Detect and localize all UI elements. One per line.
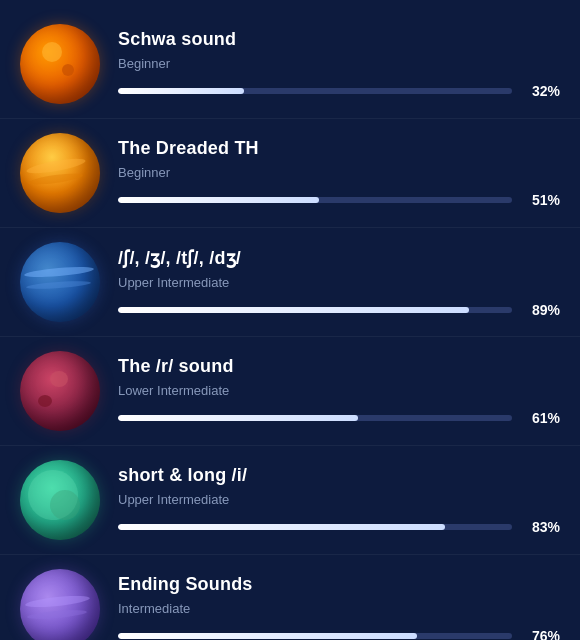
- progress-row-ipa-sounds: 89%: [118, 302, 560, 318]
- course-title-r-sound: The /r/ sound: [118, 356, 560, 377]
- course-info-ending-sounds: Ending Sounds Intermediate 76%: [118, 574, 560, 640]
- planet-icon-schwa: [20, 24, 100, 104]
- course-list: Schwa sound Beginner 32% The Dreaded TH …: [0, 0, 580, 640]
- progress-bar-dreaded-th: [118, 197, 512, 203]
- progress-percent-short-long-i: 83%: [522, 519, 560, 535]
- progress-row-r-sound: 61%: [118, 410, 560, 426]
- progress-percent-ipa-sounds: 89%: [522, 302, 560, 318]
- progress-bar-ending-sounds: [118, 633, 512, 639]
- progress-fill-schwa: [118, 88, 244, 94]
- course-level-r-sound: Lower Intermediate: [118, 383, 560, 398]
- progress-percent-r-sound: 61%: [522, 410, 560, 426]
- progress-row-schwa: 32%: [118, 83, 560, 99]
- planet-icon-ending-sounds: [20, 569, 100, 640]
- planet-icon-short-long-i: [20, 460, 100, 540]
- progress-fill-ending-sounds: [118, 633, 417, 639]
- progress-percent-ending-sounds: 76%: [522, 628, 560, 640]
- course-title-ipa-sounds: /ʃ/, /ʒ/, /tʃ/, /dʒ/: [118, 247, 560, 269]
- course-level-ipa-sounds: Upper Intermediate: [118, 275, 560, 290]
- progress-fill-dreaded-th: [118, 197, 319, 203]
- progress-fill-short-long-i: [118, 524, 445, 530]
- course-info-schwa: Schwa sound Beginner 32%: [118, 29, 560, 99]
- course-item-dreaded-th[interactable]: The Dreaded TH Beginner 51%: [0, 119, 580, 228]
- progress-row-short-long-i: 83%: [118, 519, 560, 535]
- course-title-short-long-i: short & long /i/: [118, 465, 560, 486]
- progress-percent-schwa: 32%: [522, 83, 560, 99]
- course-level-short-long-i: Upper Intermediate: [118, 492, 560, 507]
- progress-row-dreaded-th: 51%: [118, 192, 560, 208]
- course-item-schwa[interactable]: Schwa sound Beginner 32%: [0, 10, 580, 119]
- progress-percent-dreaded-th: 51%: [522, 192, 560, 208]
- course-title-dreaded-th: The Dreaded TH: [118, 138, 560, 159]
- course-info-dreaded-th: The Dreaded TH Beginner 51%: [118, 138, 560, 208]
- course-info-ipa-sounds: /ʃ/, /ʒ/, /tʃ/, /dʒ/ Upper Intermediate …: [118, 247, 560, 318]
- course-level-dreaded-th: Beginner: [118, 165, 560, 180]
- course-level-schwa: Beginner: [118, 56, 560, 71]
- course-level-ending-sounds: Intermediate: [118, 601, 560, 616]
- progress-row-ending-sounds: 76%: [118, 628, 560, 640]
- planet-icon-r-sound: [20, 351, 100, 431]
- course-item-r-sound[interactable]: The /r/ sound Lower Intermediate 61%: [0, 337, 580, 446]
- progress-fill-r-sound: [118, 415, 358, 421]
- progress-bar-r-sound: [118, 415, 512, 421]
- course-title-schwa: Schwa sound: [118, 29, 560, 50]
- progress-bar-ipa-sounds: [118, 307, 512, 313]
- course-title-ending-sounds: Ending Sounds: [118, 574, 560, 595]
- planet-icon-ipa-sounds: [20, 242, 100, 322]
- course-item-ending-sounds[interactable]: Ending Sounds Intermediate 76%: [0, 555, 580, 640]
- course-info-r-sound: The /r/ sound Lower Intermediate 61%: [118, 356, 560, 426]
- course-item-short-long-i[interactable]: short & long /i/ Upper Intermediate 83%: [0, 446, 580, 555]
- course-info-short-long-i: short & long /i/ Upper Intermediate 83%: [118, 465, 560, 535]
- progress-bar-schwa: [118, 88, 512, 94]
- progress-bar-short-long-i: [118, 524, 512, 530]
- planet-icon-dreaded-th: [20, 133, 100, 213]
- course-item-ipa-sounds[interactable]: /ʃ/, /ʒ/, /tʃ/, /dʒ/ Upper Intermediate …: [0, 228, 580, 337]
- progress-fill-ipa-sounds: [118, 307, 469, 313]
